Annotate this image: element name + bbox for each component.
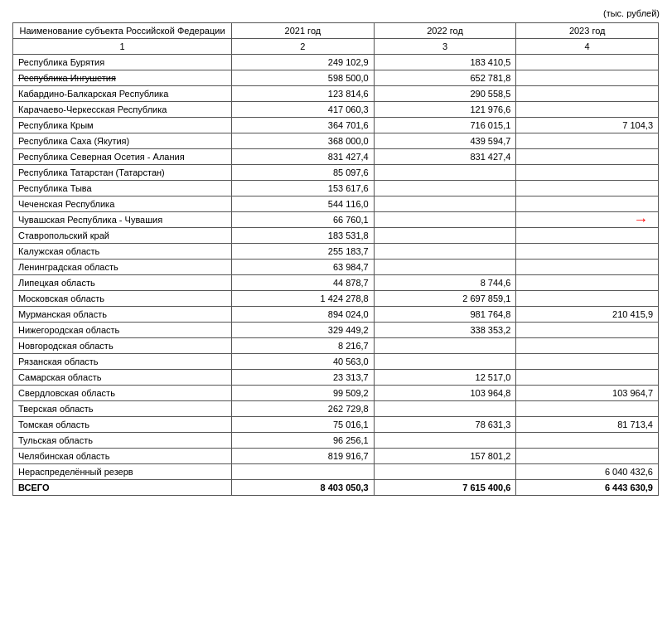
cell-name: Тверская область: [13, 401, 232, 417]
cell-2022: [374, 244, 516, 260]
cell-2023: [516, 86, 659, 102]
cell-2022: [374, 181, 516, 196]
cell-2021: 544 116,0: [232, 196, 375, 212]
cell-2023: [516, 196, 659, 212]
cell-2022: [374, 354, 516, 370]
cell-2022: 157 801,2: [374, 449, 516, 464]
cell-name: Чеченская Республика: [13, 196, 232, 212]
cell-name: Кабардино-Балкарская Республика: [13, 86, 232, 102]
cell-2022: →: [374, 212, 516, 228]
col-subheader-2: 2: [232, 39, 375, 55]
cell-2023: [516, 149, 659, 165]
cell-name: Нижегородская область: [13, 323, 232, 338]
cell-name: Карачаево-Черкесская Республика: [13, 102, 232, 118]
cell-2023: [516, 133, 659, 149]
cell-name: Липецкая область: [13, 275, 232, 291]
cell-2023: 7 104,3: [516, 118, 659, 133]
col-subheader-4: 4: [516, 39, 659, 55]
cell-name: Челябинская область: [13, 449, 232, 464]
cell-2021: 8 403 050,3: [232, 480, 375, 496]
cell-2023: [516, 323, 659, 338]
cell-2022: 439 594,7: [374, 133, 516, 149]
cell-2021: 40 563,0: [232, 354, 375, 370]
table-row: Карачаево-Черкесская Республика417 060,3…: [13, 102, 659, 118]
cell-2022: [374, 338, 516, 354]
cell-name: Республика Тыва: [13, 181, 232, 196]
cell-2022: [374, 433, 516, 449]
cell-2023: [516, 370, 659, 386]
cell-2021: 85 097,6: [232, 165, 375, 181]
cell-name: Чувашская Республика - Чувашия: [13, 212, 232, 228]
table-row: Республика Северная Осетия - Алания831 4…: [13, 149, 659, 165]
cell-2022: 121 976,6: [374, 102, 516, 118]
unit-note: (тыс. рублей): [12, 8, 660, 18]
cell-name: Республика Ингушетия: [13, 70, 232, 86]
cell-name: Республика Крым: [13, 118, 232, 133]
cell-2023: [516, 55, 659, 70]
cell-2023: 6 443 630,9: [516, 480, 659, 496]
table-row: Самарская область23 313,712 517,0: [13, 370, 659, 386]
table-row: Чувашская Республика - Чувашия66 760,1→: [13, 212, 659, 228]
cell-2021: 183 531,8: [232, 228, 375, 244]
cell-2021: 417 060,3: [232, 102, 375, 118]
cell-name: Ленинградская область: [13, 260, 232, 275]
cell-name: Томская область: [13, 417, 232, 433]
cell-2022: [374, 196, 516, 212]
cell-2023: [516, 228, 659, 244]
cell-2023: [516, 338, 659, 354]
cell-2023: 6 040 432,6: [516, 464, 659, 480]
table-row: Московская область1 424 278,82 697 859,1: [13, 291, 659, 307]
cell-2023: [516, 244, 659, 260]
cell-name: Нераспределённый резерв: [13, 464, 232, 480]
table-row: Ленинградская область63 984,7: [13, 260, 659, 275]
cell-2021: 329 449,2: [232, 323, 375, 338]
table-row: Нижегородская область329 449,2338 353,2: [13, 323, 659, 338]
cell-2022: 981 764,8: [374, 307, 516, 323]
table-subheader-row: 1 2 3 4: [13, 39, 659, 55]
table-row: Тверская область262 729,8: [13, 401, 659, 417]
cell-name: Тульская область: [13, 433, 232, 449]
cell-2021: 99 509,2: [232, 386, 375, 401]
cell-2022: 183 410,5: [374, 55, 516, 70]
cell-name: Новгородская область: [13, 338, 232, 354]
cell-2023: [516, 449, 659, 464]
cell-2021: 819 916,7: [232, 449, 375, 464]
cell-name: Республика Бурятия: [13, 55, 232, 70]
red-arrow-icon: →: [633, 211, 648, 229]
cell-2022: [374, 228, 516, 244]
table-row: Липецкая область44 878,78 744,6: [13, 275, 659, 291]
cell-2021: 894 024,0: [232, 307, 375, 323]
cell-2022: 78 631,3: [374, 417, 516, 433]
cell-2023: [516, 354, 659, 370]
cell-2021: 23 313,7: [232, 370, 375, 386]
col-header-2022: 2022 год: [374, 23, 516, 39]
table-row: Свердловская область99 509,2103 964,8103…: [13, 386, 659, 401]
table-row: ВСЕГО8 403 050,37 615 400,66 443 630,9: [13, 480, 659, 496]
table-row: Республика Саха (Якутия)368 000,0439 594…: [13, 133, 659, 149]
cell-name: Московская область: [13, 291, 232, 307]
cell-2021: 598 500,0: [232, 70, 375, 86]
cell-name: Самарская область: [13, 370, 232, 386]
cell-2022: 652 781,8: [374, 70, 516, 86]
table-row: Республика Бурятия249 102,9183 410,5: [13, 55, 659, 70]
cell-2021: 368 000,0: [232, 133, 375, 149]
cell-2021: 255 183,7: [232, 244, 375, 260]
table-row: Томская область75 016,178 631,381 713,4: [13, 417, 659, 433]
table-row: Новгородская область8 216,7: [13, 338, 659, 354]
cell-2023: [516, 102, 659, 118]
cell-2023: [516, 181, 659, 196]
cell-2023: [516, 275, 659, 291]
cell-name: Калужская область: [13, 244, 232, 260]
table-row: Рязанская область40 563,0: [13, 354, 659, 370]
col-header-2021: 2021 год: [232, 23, 375, 39]
cell-2021: [232, 464, 375, 480]
cell-2021: 96 256,1: [232, 433, 375, 449]
cell-2022: 12 517,0: [374, 370, 516, 386]
table-row: Калужская область255 183,7: [13, 244, 659, 260]
table-row: Мурманская область894 024,0981 764,8210 …: [13, 307, 659, 323]
cell-2023: [516, 70, 659, 86]
table-row: Республика Тыва153 617,6: [13, 181, 659, 196]
cell-2021: 63 984,7: [232, 260, 375, 275]
table-row: Кабардино-Балкарская Республика123 814,6…: [13, 86, 659, 102]
cell-2023: [516, 401, 659, 417]
